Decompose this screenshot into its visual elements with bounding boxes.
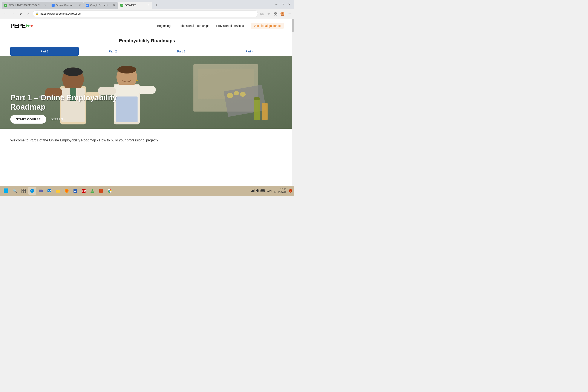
nav-professional-internships[interactable]: Professional internships (178, 24, 210, 28)
page-title: Employability Roadmaps (0, 38, 294, 44)
svg-point-18 (30, 25, 33, 27)
svg-rect-76 (264, 190, 265, 191)
forward-button[interactable]: → (10, 10, 16, 17)
translate-icon[interactable]: Aあ (259, 11, 265, 17)
svg-rect-12 (276, 14, 277, 15)
browser-tab-3[interactable]: G Google Oversæt ✕ (84, 2, 118, 8)
tab-title-1: REGULAMENTO DE ESTÁGIO CU... (8, 4, 43, 6)
back-button[interactable]: ← (2, 10, 8, 17)
svg-point-23 (227, 93, 233, 98)
url-text: https://www.pepe.iefp.cv/roteiros (40, 12, 255, 15)
minimize-button[interactable]: ─ (273, 1, 280, 7)
svg-rect-26 (254, 99, 260, 120)
tabs-container: N REGULAMENTO DE ESTÁGIO CU... ✕ G Googl… (0, 0, 272, 8)
tab-part-4[interactable]: Part 4 (215, 47, 284, 56)
browser-tab-2[interactable]: G Google Oversæt ✕ (49, 2, 84, 8)
scrollbar[interactable] (292, 19, 294, 186)
system-tray: ⌃ DAN (246, 189, 273, 193)
tab-title-4: EGSI-IEFP (125, 4, 146, 6)
tab-part-1[interactable]: Part 1 (10, 47, 79, 56)
battery-icon (260, 189, 265, 192)
bookmark-icon[interactable]: ☆ (266, 11, 272, 17)
tab-part-2[interactable]: Part 2 (79, 47, 147, 56)
address-bar[interactable]: 🔒 https://www.pepe.iefp.cv/roteiros (33, 10, 258, 17)
home-button[interactable]: ⌂ (25, 10, 32, 17)
svg-rect-43 (138, 86, 156, 94)
close-button[interactable]: ✕ (286, 1, 292, 7)
taskbar-clock[interactable]: 15:15 01-03-2022 (274, 188, 288, 194)
taskbar-edge-icon[interactable] (28, 187, 36, 195)
taskbar-word-icon[interactable]: W (71, 187, 79, 195)
svg-point-64 (92, 189, 93, 191)
collections-icon[interactable] (272, 11, 278, 17)
svg-rect-47 (6, 188, 8, 191)
details-label: DETAILS (50, 118, 63, 121)
tab-close-4[interactable]: ✕ (148, 4, 150, 7)
notification-badge[interactable]: 6 (289, 189, 292, 192)
svg-text:G: G (86, 4, 88, 6)
start-course-button[interactable]: START COURSE (10, 115, 46, 124)
svg-point-27 (254, 97, 260, 100)
taskbar-acrobat-icon[interactable]: PDF (80, 187, 88, 195)
hero-text-overlay: Part 1 – Online Employability Roadmap (10, 93, 118, 112)
taskbar-video-icon[interactable] (37, 187, 45, 195)
site-navigation: Beginning Professional internships Provi… (157, 23, 284, 29)
page-content: PEPE Beginning Professional internships … (0, 19, 294, 186)
title-bar: N REGULAMENTO DE ESTÁGIO CU... ✕ G Googl… (0, 0, 294, 8)
taskbar-teams-icon[interactable] (88, 187, 96, 195)
svg-rect-72 (253, 190, 254, 192)
details-button[interactable]: DETAILS ⌄ (50, 118, 66, 121)
taskbar-files-icon[interactable] (54, 187, 62, 195)
tab-close-3[interactable]: ✕ (113, 4, 115, 7)
svg-text:P: P (100, 190, 101, 192)
tab-favicon-2: G (52, 4, 54, 7)
welcome-text: Welcome to Part 1 of the Online Employab… (10, 137, 183, 144)
taskbar-mail-icon[interactable] (46, 187, 53, 195)
account-icon[interactable] (280, 11, 286, 17)
volume-icon[interactable] (256, 189, 259, 193)
svg-rect-10 (276, 12, 277, 14)
nav-vocational-guidance[interactable]: Vocational guidance (251, 23, 284, 29)
notification-arrow-icon[interactable]: ⌃ (247, 189, 250, 192)
start-button[interactable] (2, 186, 10, 195)
network-icon[interactable] (251, 189, 254, 193)
browser-tab-1[interactable]: N REGULAMENTO DE ESTÁGIO CU... ✕ (2, 2, 49, 8)
taskbar-firefox-icon[interactable] (63, 187, 70, 195)
task-view-button[interactable] (20, 187, 28, 195)
svg-marker-74 (256, 189, 258, 192)
tab-close-2[interactable]: ✕ (79, 4, 81, 7)
browser-tab-4[interactable]: EP EGSI-IEFP ✕ (118, 2, 152, 8)
svg-point-24 (234, 91, 239, 96)
nav-beginning[interactable]: Beginning (157, 24, 170, 28)
svg-rect-50 (22, 189, 24, 191)
part-tabs: Part 1 Part 2 Part 3 Part 4 (0, 47, 294, 56)
notification-area[interactable]: 6 (289, 189, 292, 192)
svg-rect-56 (48, 189, 51, 192)
tab-part-3[interactable]: Part 3 (147, 47, 215, 56)
welcome-section: Welcome to Part 1 of the Online Employab… (0, 129, 194, 152)
svg-text:PDF: PDF (82, 190, 86, 192)
reload-button[interactable]: ↻ (17, 10, 24, 17)
svg-rect-65 (90, 192, 94, 193)
taskbar-search[interactable]: 🔍 (11, 187, 19, 195)
svg-rect-73 (254, 189, 254, 192)
settings-more-icon[interactable]: ⋯ (286, 11, 292, 17)
maximize-button[interactable]: □ (280, 1, 286, 7)
taskbar-chrome-icon[interactable] (106, 187, 114, 195)
tab-title-2: Google Oversæt (56, 4, 77, 6)
svg-point-45 (117, 66, 136, 74)
taskbar-powerpoint-icon[interactable]: P (97, 187, 105, 195)
svg-point-14 (282, 12, 283, 14)
clock-time: 15:15 (274, 188, 286, 191)
site-logo[interactable]: PEPE (10, 22, 34, 29)
svg-point-44 (136, 80, 138, 81)
nav-provision-of-services[interactable]: Provision of services (216, 24, 244, 28)
svg-rect-46 (4, 188, 6, 191)
scrollbar-thumb[interactable] (292, 19, 294, 32)
svg-rect-28 (262, 103, 268, 120)
svg-marker-17 (28, 24, 30, 28)
tab-close-1[interactable]: ✕ (44, 4, 46, 7)
new-tab-button[interactable]: ＋ (153, 2, 160, 8)
svg-rect-48 (4, 191, 6, 193)
svg-rect-54 (39, 190, 42, 192)
